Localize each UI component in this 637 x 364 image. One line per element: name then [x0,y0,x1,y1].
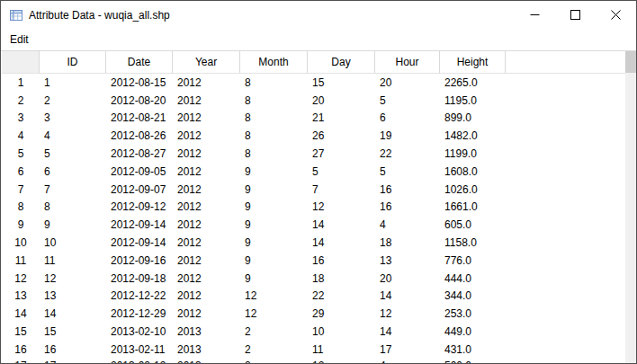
cell-height[interactable]: 344.0 [440,288,506,306]
cell-hour[interactable]: 20 [375,270,440,288]
table-row[interactable]: 2 2 2012-08-20 2012 8 20 5 1195.0 [2,92,625,110]
row-number-cell[interactable]: 9 [2,216,40,234]
table-row[interactable]: 3 3 2012-08-21 2012 8 21 6 899.0 [2,110,625,128]
cell-day[interactable]: 15 [308,74,375,92]
table-row[interactable]: 7 7 2012-09-07 2012 9 7 16 1026.0 [2,181,625,199]
cell-year[interactable]: 2012 [173,288,240,306]
close-button[interactable] [596,1,636,29]
cell-id[interactable]: 15 [40,323,106,341]
cell-height[interactable]: 253.0 [440,305,506,323]
row-number-cell[interactable]: 3 [2,110,40,128]
column-header-month[interactable]: Month [240,51,308,73]
row-number-cell[interactable]: 8 [2,199,40,217]
cell-id[interactable]: 11 [40,252,106,270]
row-number-cell[interactable]: 15 [2,323,40,341]
cell-day[interactable]: 27 [308,145,375,163]
table-row[interactable]: 8 8 2012-09-12 2012 9 12 16 1661.0 [2,199,625,217]
cell-year[interactable]: 2012 [173,110,240,128]
cell-month[interactable]: 9 [240,216,308,234]
cell-month[interactable]: 9 [240,199,308,217]
cell-year[interactable]: 2012 [173,252,240,270]
column-header-hour[interactable]: Hour [375,51,440,73]
scrollbar-thumb[interactable] [625,51,636,73]
cell-date[interactable]: 2012-09-05 [106,163,173,181]
cell-year[interactable]: 2012 [173,74,240,92]
cell-date[interactable]: 2012-12-29 [106,305,173,323]
cell-hour[interactable]: 5 [375,163,440,181]
cell-month[interactable]: 8 [240,92,308,110]
title-bar[interactable]: Attribute Data - wuqia_all.shp [1,1,636,29]
cell-year[interactable]: 2012 [173,163,240,181]
table-row[interactable]: 17 17 2013-02-12 2013 2 12 4 500.0 [2,359,625,363]
cell-id[interactable]: 16 [40,341,106,359]
cell-height[interactable]: 776.0 [440,252,506,270]
cell-id[interactable]: 13 [40,288,106,306]
cell-day[interactable]: 21 [308,110,375,128]
cell-height[interactable]: 500.0 [440,359,506,363]
cell-year[interactable]: 2012 [173,181,240,199]
table-row[interactable]: 10 10 2012-09-14 2012 9 14 18 1158.0 [2,234,625,252]
row-number-cell[interactable]: 10 [2,234,40,252]
cell-day[interactable]: 7 [308,181,375,199]
cell-hour[interactable]: 17 [375,341,440,359]
table-row[interactable]: 15 15 2013-02-10 2013 2 10 14 449.0 [2,323,625,341]
cell-date[interactable]: 2012-09-14 [106,216,173,234]
cell-month[interactable]: 9 [240,234,308,252]
cell-date[interactable]: 2012-09-12 [106,199,173,217]
cell-height[interactable]: 2265.0 [440,74,506,92]
cell-height[interactable]: 1199.0 [440,145,506,163]
column-header-id[interactable]: ID [40,51,106,73]
cell-hour[interactable]: 4 [375,216,440,234]
cell-day[interactable]: 26 [308,127,375,145]
corner-header-cell[interactable] [2,51,40,73]
row-number-cell[interactable]: 5 [2,145,40,163]
cell-month[interactable]: 9 [240,163,308,181]
row-number-cell[interactable]: 2 [2,92,40,110]
cell-hour[interactable]: 6 [375,110,440,128]
cell-date[interactable]: 2012-08-21 [106,110,173,128]
cell-id[interactable]: 12 [40,270,106,288]
cell-date[interactable]: 2012-09-16 [106,252,173,270]
cell-day[interactable]: 20 [308,92,375,110]
table-row[interactable]: 16 16 2013-02-11 2013 2 11 17 431.0 [2,341,625,359]
cell-date[interactable]: 2012-09-14 [106,234,173,252]
cell-date[interactable]: 2012-08-15 [106,74,173,92]
row-number-cell[interactable]: 16 [2,341,40,359]
cell-year[interactable]: 2013 [173,359,240,363]
table-row[interactable]: 9 9 2012-09-14 2012 9 14 4 605.0 [2,216,625,234]
table-row[interactable]: 1 1 2012-08-15 2012 8 15 20 2265.0 [2,74,625,92]
cell-id[interactable]: 2 [40,92,106,110]
column-header-day[interactable]: Day [308,51,375,73]
cell-height[interactable]: 605.0 [440,216,506,234]
cell-day[interactable]: 5 [308,163,375,181]
cell-year[interactable]: 2012 [173,199,240,217]
column-header-date[interactable]: Date [106,51,173,73]
column-header-height[interactable]: Height [440,51,506,73]
cell-day[interactable]: 10 [308,323,375,341]
row-number-cell[interactable]: 17 [2,359,40,363]
cell-day[interactable]: 14 [308,216,375,234]
cell-height[interactable]: 1661.0 [440,199,506,217]
table-row[interactable]: 5 5 2012-08-27 2012 8 27 22 1199.0 [2,145,625,163]
cell-date[interactable]: 2013-02-11 [106,341,173,359]
cell-year[interactable]: 2012 [173,92,240,110]
menu-edit[interactable]: Edit [1,29,38,50]
cell-day[interactable]: 14 [308,234,375,252]
cell-hour[interactable]: 14 [375,288,440,306]
cell-day[interactable]: 22 [308,288,375,306]
cell-day[interactable]: 18 [308,270,375,288]
cell-day[interactable]: 11 [308,341,375,359]
cell-hour[interactable]: 4 [375,359,440,363]
cell-height[interactable]: 431.0 [440,341,506,359]
cell-day[interactable]: 16 [308,252,375,270]
cell-year[interactable]: 2012 [173,127,240,145]
table-row[interactable]: 6 6 2012-09-05 2012 9 5 5 1608.0 [2,163,625,181]
cell-hour[interactable]: 5 [375,92,440,110]
cell-year[interactable]: 2012 [173,305,240,323]
cell-height[interactable]: 899.0 [440,110,506,128]
cell-month[interactable]: 8 [240,74,308,92]
cell-hour[interactable]: 16 [375,199,440,217]
cell-id[interactable]: 3 [40,110,106,128]
cell-date[interactable]: 2012-09-07 [106,181,173,199]
cell-id[interactable]: 17 [40,359,106,363]
